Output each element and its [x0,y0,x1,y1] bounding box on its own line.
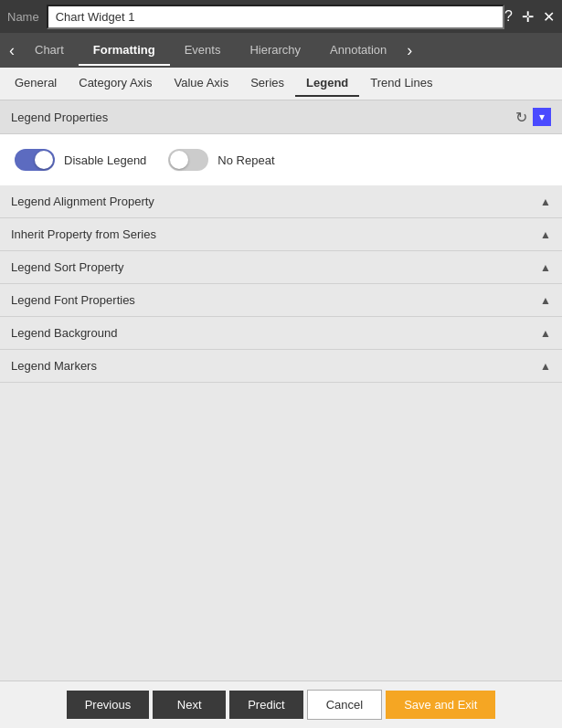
tab-chart[interactable]: Chart [20,36,79,66]
sub-tab-legend[interactable]: Legend [295,70,359,97]
section-legend-alignment[interactable]: Legend Alignment Property ▲ [0,185,562,218]
sub-tab-bar: General Category Axis Value Axis Series … [0,68,562,100]
sub-tab-trend-lines[interactable]: Trend Lines [359,70,443,97]
sub-tab-general[interactable]: General [4,70,68,97]
disable-legend-label: Disable Legend [64,153,146,167]
section-legend-font[interactable]: Legend Font Properties ▲ [0,284,562,317]
legend-properties-header: Legend Properties ↻ ▾ [0,100,562,134]
section-legend-markers-label: Legend Markers [11,359,97,373]
section-legend-sort-label: Legend Sort Property [11,260,124,274]
title-input[interactable] [47,5,504,29]
title-bar: Name ? ✛ ✕ [0,0,562,33]
section-legend-background-label: Legend Background [11,326,117,340]
sub-tab-value-axis[interactable]: Value Axis [163,70,239,97]
tab-events[interactable]: Events [170,36,236,66]
disable-legend-toggle[interactable] [15,149,55,171]
tab-bar: ‹ Chart Formatting Events Hierarchy Anno… [0,33,562,68]
no-repeat-toggle[interactable] [168,149,208,171]
legend-properties-title: Legend Properties [11,111,108,124]
tab-formatting[interactable]: Formatting [79,36,170,66]
chevron-up-icon-3: ▲ [540,294,551,307]
sub-tab-series[interactable]: Series [239,70,295,97]
title-icons: ? ✛ ✕ [504,8,555,26]
name-label: Name [7,10,39,24]
chevron-up-icon-2: ▲ [540,261,551,274]
move-icon[interactable]: ✛ [522,8,534,26]
section-legend-background[interactable]: Legend Background ▲ [0,317,562,350]
disable-legend-toggle-item: Disable Legend [15,149,146,171]
no-repeat-label: No Repeat [217,153,274,167]
main-content: Legend Alignment Property ▲ Inherit Prop… [0,185,562,383]
help-icon[interactable]: ? [504,8,513,25]
tab-hierarchy[interactable]: Hierarchy [235,36,315,66]
next-button[interactable]: Next [153,691,226,719]
close-icon[interactable]: ✕ [543,8,555,26]
tab-next-button[interactable]: › [401,41,418,60]
save-exit-button[interactable]: Save and Exit [386,691,495,719]
no-repeat-toggle-item: No Repeat [168,149,274,171]
section-legend-sort[interactable]: Legend Sort Property ▲ [0,251,562,284]
section-legend-markers[interactable]: Legend Markers ▲ [0,350,562,383]
predict-button[interactable]: Predict [229,691,302,719]
previous-button[interactable]: Previous [67,691,150,719]
tab-annotation[interactable]: Annotation [315,36,401,66]
section-inherit-property[interactable]: Inherit Property from Series ▲ [0,218,562,251]
chevron-up-icon-0: ▲ [540,195,551,208]
chevron-up-icon-5: ▲ [540,360,551,373]
toggle-row: Disable Legend No Repeat [0,134,562,185]
section-header-icons: ↻ ▾ [515,108,551,126]
refresh-button[interactable]: ↻ [515,109,527,126]
chevron-up-icon-4: ▲ [540,327,551,340]
cancel-button[interactable]: Cancel [307,690,382,720]
section-legend-font-label: Legend Font Properties [11,293,135,307]
tab-prev-button[interactable]: ‹ [4,41,20,60]
collapse-button[interactable]: ▾ [533,108,551,126]
section-legend-alignment-label: Legend Alignment Property [11,195,154,208]
sub-tab-category-axis[interactable]: Category Axis [68,70,163,97]
section-inherit-property-label: Inherit Property from Series [11,227,156,241]
bottom-bar: Previous Next Predict Cancel Save and Ex… [0,681,562,728]
chevron-up-icon-1: ▲ [540,228,551,241]
